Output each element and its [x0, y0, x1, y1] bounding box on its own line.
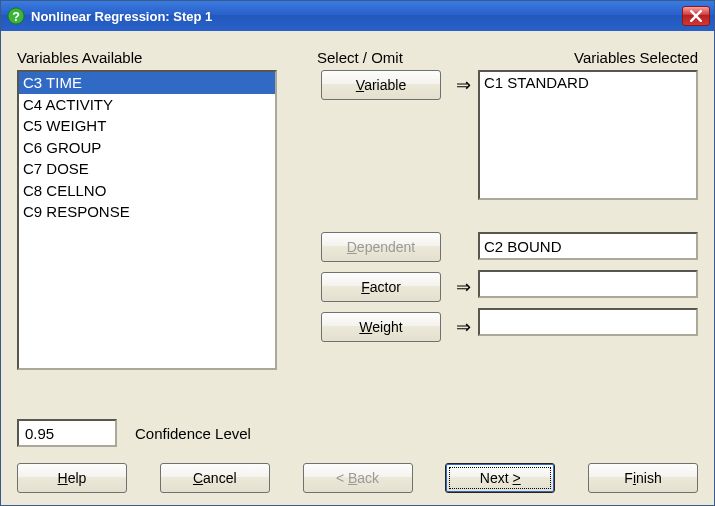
help-button[interactable]: Help: [17, 463, 127, 493]
list-item[interactable]: C9 RESPONSE: [19, 201, 275, 223]
factor-field[interactable]: [478, 270, 698, 298]
weight-field[interactable]: [478, 308, 698, 336]
variables-available-list[interactable]: C3 TIMEC4 ACTIVITYC5 WEIGHTC6 GROUPC7 DO…: [17, 70, 277, 370]
list-item[interactable]: C3 TIME: [19, 72, 275, 94]
confidence-level-input[interactable]: [17, 419, 117, 447]
dialog-window: ? Nonlinear Regression: Step 1 Variables…: [0, 0, 715, 506]
variables-selected-list[interactable]: C1 STANDARD: [478, 70, 698, 200]
dependent-field[interactable]: [478, 232, 698, 260]
column-headers: Variables Available Select / Omit Variab…: [17, 49, 698, 66]
cancel-button[interactable]: Cancel: [160, 463, 270, 493]
window-title: Nonlinear Regression: Step 1: [31, 9, 682, 24]
svg-text:?: ?: [12, 10, 20, 24]
list-item[interactable]: C7 DOSE: [19, 158, 275, 180]
label-select-omit: Select / Omit: [317, 49, 487, 66]
back-button: < Back: [303, 463, 413, 493]
help-icon: ?: [7, 7, 25, 25]
title-bar: ? Nonlinear Regression: Step 1: [1, 1, 714, 31]
next-button[interactable]: Next >: [445, 463, 555, 493]
list-item[interactable]: C4 ACTIVITY: [19, 94, 275, 116]
list-item[interactable]: C8 CELLNO: [19, 180, 275, 202]
client-area: Variables Available Select / Omit Variab…: [1, 31, 714, 505]
factor-button[interactable]: Factor: [321, 272, 441, 302]
dependent-button: Dependent: [321, 232, 441, 262]
list-item[interactable]: C6 GROUP: [19, 137, 275, 159]
arrow-icon: ⇒: [456, 70, 471, 100]
arrow-icon: ⇒: [456, 272, 471, 302]
label-variables-available: Variables Available: [17, 49, 287, 66]
label-variables-selected: Variables Selected: [487, 49, 698, 66]
close-button[interactable]: [682, 6, 710, 26]
list-item[interactable]: C5 WEIGHT: [19, 115, 275, 137]
main-content-row: C3 TIMEC4 ACTIVITYC5 WEIGHTC6 GROUPC7 DO…: [17, 70, 698, 370]
confidence-level-label: Confidence Level: [135, 425, 251, 442]
arrow-icon: ⇒: [456, 312, 471, 342]
finish-button[interactable]: Finish: [588, 463, 698, 493]
variable-button[interactable]: Variable: [321, 70, 441, 100]
footer-buttons: Help Cancel < Back Next > Finish: [17, 463, 698, 493]
list-item[interactable]: C1 STANDARD: [484, 73, 692, 93]
confidence-row: Confidence Level: [17, 419, 698, 447]
weight-button[interactable]: Weight: [321, 312, 441, 342]
